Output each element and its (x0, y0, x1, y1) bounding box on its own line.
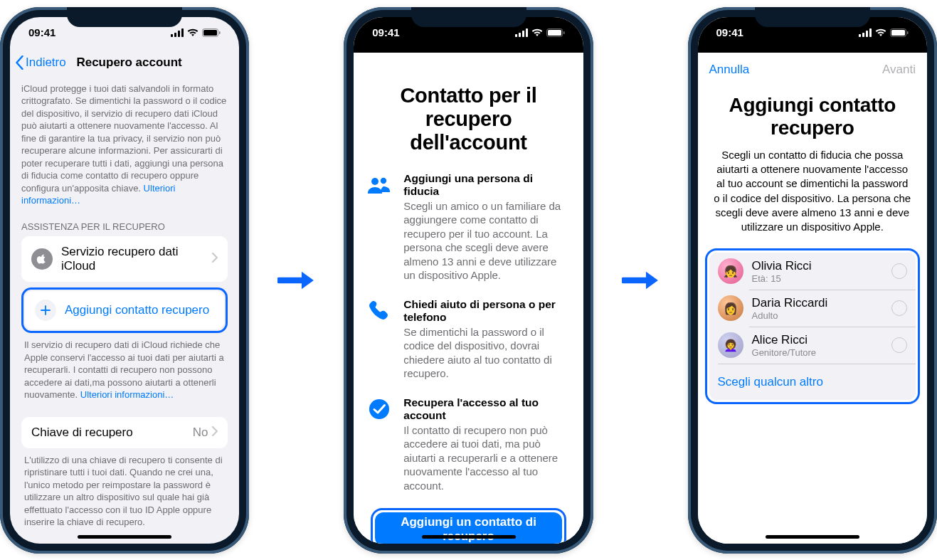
highlight-contacts: 👧 Olivia Ricci Età: 15 👩 Daria Riccardi … (705, 248, 920, 404)
home-indicator (78, 535, 171, 539)
contact-sub: Adulto (752, 310, 891, 321)
svg-rect-14 (563, 31, 565, 34)
battery-icon (890, 28, 909, 37)
svg-rect-9 (519, 33, 521, 37)
feature-recover: Recupera l'accesso al tuo account Il con… (366, 396, 570, 493)
people-icon (366, 172, 392, 198)
arrow-1 (277, 269, 315, 292)
content-1: Indietro Recupero account iCloud protegg… (10, 48, 239, 544)
notch (755, 7, 870, 27)
nav-title: Recupero account (25, 56, 234, 70)
sheet-3: Annulla Avanti Aggiungi contatto recuper… (698, 53, 927, 544)
screen-2: 09:41 Contatto per il recupero dell'acco… (354, 17, 583, 544)
avatar: 👩 (718, 295, 743, 321)
footnote1-link[interactable]: Ulteriori informazioni… (80, 389, 174, 400)
battery-icon (546, 28, 565, 37)
notch (67, 7, 182, 27)
feature2-title: Chiedi aiuto di persona o per telefono (403, 298, 570, 324)
contact-row-0[interactable]: 👧 Olivia Ricci Età: 15 (709, 253, 916, 290)
status-icons (171, 28, 221, 37)
svg-rect-5 (203, 30, 217, 36)
contacts-list: 👧 Olivia Ricci Età: 15 👩 Daria Riccardi … (709, 253, 916, 400)
svg-point-16 (381, 177, 386, 183)
nav-bar: Indietro Recupero account (10, 48, 239, 78)
svg-rect-10 (522, 31, 524, 37)
svg-rect-13 (548, 30, 561, 36)
wifi-icon (531, 28, 543, 37)
arrow-2 (622, 269, 660, 292)
screen-3: 09:41 Annulla Avanti Aggiungi contatto r… (698, 17, 927, 544)
contact-name: Alice Ricci (752, 333, 891, 347)
svg-point-17 (369, 399, 389, 419)
choose-someone-else[interactable]: Scegli qualcun altro (709, 364, 916, 400)
feature3-desc: Il contatto di recupero non può accedere… (403, 423, 570, 493)
section-header-recovery: ASSISTENZA PER IL RECUPERO (21, 221, 239, 232)
svg-rect-19 (859, 34, 861, 37)
contact-row-1[interactable]: 👩 Daria Riccardi Adulto (709, 290, 916, 327)
highlight-add-contact: Aggiungi contatto recupero (21, 287, 228, 333)
choose-other-label: Scegli qualcun altro (718, 375, 823, 389)
feature3-title: Recupera l'accesso al tuo account (403, 396, 570, 422)
contact-name: Olivia Ricci (752, 259, 891, 273)
avatar: 👩‍🦱 (718, 332, 743, 358)
chevron-right-icon (212, 252, 218, 266)
footnote-1: Il servizio di recupero dati di iCloud r… (24, 339, 225, 401)
intro-text: iCloud protegge i tuoi dati salvandoli i… (21, 83, 228, 207)
plus-icon (35, 300, 56, 321)
radio-unchecked[interactable] (891, 300, 907, 316)
status-icons (859, 28, 909, 37)
contact-sub: Età: 15 (752, 273, 891, 284)
svg-rect-2 (178, 31, 180, 37)
check-circle-icon (366, 396, 392, 422)
sheet2-inner: Contatto per il recupero dell'account Ag… (354, 53, 583, 544)
radio-unchecked[interactable] (891, 263, 907, 279)
add-recovery-contact-cell[interactable]: Aggiungi contatto recupero (25, 291, 224, 329)
screen-1: 09:41 Indietro Recupero account iCloud p… (10, 17, 239, 544)
icloud-recovery-cell[interactable]: Servizio recupero dati iCloud (21, 236, 228, 282)
wifi-icon (875, 28, 886, 37)
cellular-icon (171, 28, 184, 37)
cancel-button[interactable]: Annulla (709, 63, 750, 77)
status-icons (515, 28, 565, 37)
add-contact-label: Aggiungi contatto recupero (65, 303, 209, 317)
svg-rect-22 (869, 28, 872, 37)
home-indicator (422, 535, 516, 539)
svg-rect-0 (171, 34, 173, 37)
icloud-recovery-label: Servizio recupero dati iCloud (61, 245, 212, 273)
footnote-2: L'utilizzo di una chiave di recupero ti … (24, 454, 225, 529)
notch (411, 7, 526, 27)
svg-rect-24 (891, 30, 905, 36)
svg-rect-25 (907, 31, 909, 34)
feature1-title: Aggiungi una persona di fiducia (403, 172, 570, 198)
sheet2-title: Contatto per il recupero dell'account (374, 84, 563, 155)
recovery-key-label: Chiave di recupero (31, 426, 193, 440)
wifi-icon (187, 28, 198, 37)
contact-name: Daria Riccardi (752, 296, 891, 310)
phone-2: 09:41 Contatto per il recupero dell'acco… (344, 7, 593, 554)
svg-rect-8 (515, 34, 517, 37)
sheet3-desc: Scegli un contatto di fiducia che possa … (714, 148, 911, 235)
feature1-desc: Scegli un amico o un familiare da aggiun… (403, 199, 570, 282)
sheet-nav: Annulla Avanti (698, 53, 927, 87)
contact-row-2[interactable]: 👩‍🦱 Alice Ricci Genitore/Tutore (709, 327, 916, 364)
add-contact-group: Aggiungi contatto recupero (25, 291, 224, 329)
cellular-icon (859, 28, 872, 37)
status-time: 09:41 (716, 26, 743, 38)
svg-rect-3 (181, 28, 184, 37)
svg-rect-1 (174, 33, 176, 37)
add-recovery-contact-button[interactable]: Aggiungi un contatto di recupero (375, 512, 561, 543)
recovery-key-cell[interactable]: Chiave di recupero No (21, 417, 228, 448)
status-time: 09:41 (28, 26, 55, 38)
svg-rect-6 (219, 31, 221, 34)
settings-body: iCloud protegge i tuoi dati salvandoli i… (10, 78, 239, 207)
recovery-key-value: No (193, 426, 208, 440)
svg-rect-21 (866, 31, 868, 37)
recovery-key-group: Chiave di recupero No (21, 417, 228, 448)
phone-icon (366, 298, 392, 324)
sheet3-title: Aggiungi contatto recupero (718, 94, 907, 139)
contact-sub: Genitore/Tutore (752, 347, 891, 358)
phone-3: 09:41 Annulla Avanti Aggiungi contatto r… (688, 7, 937, 554)
svg-point-15 (371, 178, 378, 185)
next-button[interactable]: Avanti (882, 63, 916, 77)
radio-unchecked[interactable] (891, 337, 907, 353)
